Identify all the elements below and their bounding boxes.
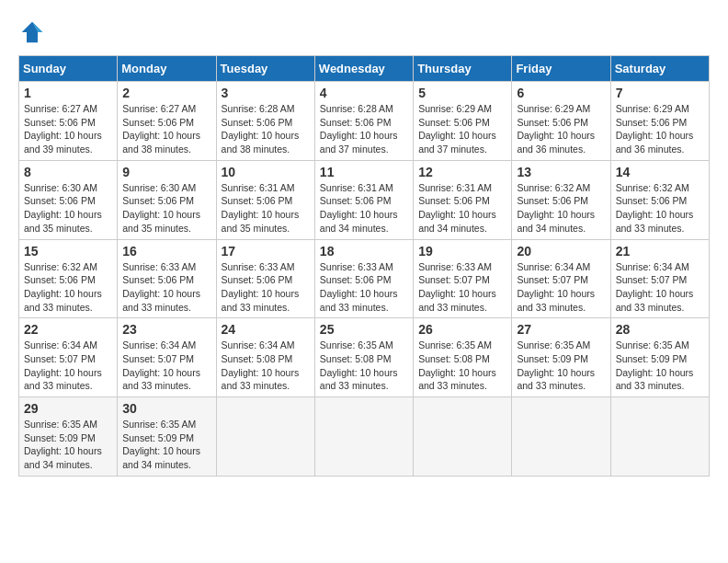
day-number: 18 (320, 244, 408, 259)
logo-icon (18, 18, 46, 46)
day-info: Sunrise: 6:31 AMSunset: 5:06 PMDaylight:… (320, 181, 408, 236)
table-row: 20 Sunrise: 6:34 AMSunset: 5:07 PMDaylig… (512, 239, 610, 318)
table-row: 10 Sunrise: 6:31 AMSunset: 5:06 PMDaylig… (216, 160, 314, 239)
table-row: 9 Sunrise: 6:30 AMSunset: 5:06 PMDayligh… (118, 160, 216, 239)
column-header-friday: Friday (512, 56, 610, 82)
day-number: 12 (418, 165, 506, 179)
day-number: 16 (122, 244, 210, 259)
day-number: 6 (517, 86, 605, 100)
table-row: 29 Sunrise: 6:35 AMSunset: 5:09 PMDaylig… (19, 397, 118, 477)
table-row: 4 Sunrise: 6:28 AMSunset: 5:06 PMDayligh… (314, 82, 413, 161)
column-header-saturday: Saturday (610, 56, 709, 82)
table-row: 26 Sunrise: 6:35 AMSunset: 5:08 PMDaylig… (414, 318, 512, 397)
day-info: Sunrise: 6:35 AMSunset: 5:08 PMDaylight:… (320, 339, 408, 393)
table-row: 16 Sunrise: 6:33 AMSunset: 5:06 PMDaylig… (118, 239, 216, 318)
table-row: 14 Sunrise: 6:32 AMSunset: 5:06 PMDaylig… (610, 160, 709, 239)
day-number: 22 (24, 322, 112, 337)
table-row (512, 397, 610, 477)
table-row: 27 Sunrise: 6:35 AMSunset: 5:09 PMDaylig… (512, 318, 610, 397)
table-row: 24 Sunrise: 6:34 AMSunset: 5:08 PMDaylig… (216, 318, 314, 397)
day-number: 23 (122, 322, 210, 337)
column-header-thursday: Thursday (414, 56, 512, 82)
day-info: Sunrise: 6:35 AMSunset: 5:09 PMDaylight:… (24, 418, 112, 472)
table-row: 3 Sunrise: 6:28 AMSunset: 5:06 PMDayligh… (216, 82, 314, 161)
day-number: 15 (24, 244, 112, 259)
table-row: 6 Sunrise: 6:29 AMSunset: 5:06 PMDayligh… (512, 82, 610, 161)
day-info: Sunrise: 6:33 AMSunset: 5:06 PMDaylight:… (320, 260, 408, 315)
table-row (414, 397, 512, 477)
day-info: Sunrise: 6:33 AMSunset: 5:06 PMDaylight:… (222, 260, 310, 315)
day-info: Sunrise: 6:28 AMSunset: 5:06 PMDaylight:… (320, 102, 408, 156)
table-row: 28 Sunrise: 6:35 AMSunset: 5:09 PMDaylig… (610, 318, 709, 397)
day-number: 8 (24, 165, 112, 179)
logo (18, 18, 50, 46)
table-row: 25 Sunrise: 6:35 AMSunset: 5:08 PMDaylig… (314, 318, 413, 397)
table-row: 2 Sunrise: 6:27 AMSunset: 5:06 PMDayligh… (118, 82, 216, 161)
day-number: 27 (517, 322, 605, 337)
day-info: Sunrise: 6:31 AMSunset: 5:06 PMDaylight:… (222, 181, 310, 236)
day-number: 5 (418, 86, 506, 100)
day-info: Sunrise: 6:35 AMSunset: 5:09 PMDaylight:… (122, 418, 210, 472)
day-number: 9 (122, 165, 210, 179)
table-row: 17 Sunrise: 6:33 AMSunset: 5:06 PMDaylig… (216, 239, 314, 318)
day-info: Sunrise: 6:35 AMSunset: 5:09 PMDaylight:… (517, 339, 605, 393)
table-row (314, 397, 413, 477)
calendar: SundayMondayTuesdayWednesdayThursdayFrid… (18, 55, 710, 477)
day-number: 13 (517, 165, 605, 179)
day-info: Sunrise: 6:30 AMSunset: 5:06 PMDaylight:… (122, 181, 210, 236)
table-row: 1 Sunrise: 6:27 AMSunset: 5:06 PMDayligh… (19, 82, 118, 161)
day-info: Sunrise: 6:33 AMSunset: 5:06 PMDaylight:… (122, 260, 210, 315)
day-info: Sunrise: 6:29 AMSunset: 5:06 PMDaylight:… (418, 102, 506, 156)
day-info: Sunrise: 6:33 AMSunset: 5:07 PMDaylight:… (418, 260, 506, 315)
day-info: Sunrise: 6:35 AMSunset: 5:08 PMDaylight:… (418, 339, 506, 393)
table-row: 23 Sunrise: 6:34 AMSunset: 5:07 PMDaylig… (118, 318, 216, 397)
day-number: 21 (616, 244, 704, 259)
table-row: 8 Sunrise: 6:30 AMSunset: 5:06 PMDayligh… (19, 160, 118, 239)
day-number: 2 (122, 86, 210, 100)
day-info: Sunrise: 6:32 AMSunset: 5:06 PMDaylight:… (517, 181, 605, 236)
day-number: 17 (222, 244, 310, 259)
day-info: Sunrise: 6:34 AMSunset: 5:07 PMDaylight:… (122, 339, 210, 393)
day-number: 24 (222, 322, 310, 337)
day-info: Sunrise: 6:28 AMSunset: 5:06 PMDaylight:… (222, 102, 310, 156)
day-info: Sunrise: 6:31 AMSunset: 5:06 PMDaylight:… (418, 181, 506, 236)
day-info: Sunrise: 6:27 AMSunset: 5:06 PMDaylight:… (122, 102, 210, 156)
day-info: Sunrise: 6:35 AMSunset: 5:09 PMDaylight:… (616, 339, 704, 393)
day-info: Sunrise: 6:29 AMSunset: 5:06 PMDaylight:… (517, 102, 605, 156)
day-info: Sunrise: 6:34 AMSunset: 5:07 PMDaylight:… (517, 260, 605, 315)
column-header-wednesday: Wednesday (314, 56, 413, 82)
day-number: 30 (122, 401, 210, 416)
table-row: 18 Sunrise: 6:33 AMSunset: 5:06 PMDaylig… (314, 239, 413, 318)
day-number: 29 (24, 401, 112, 416)
table-row: 30 Sunrise: 6:35 AMSunset: 5:09 PMDaylig… (118, 397, 216, 477)
table-row: 21 Sunrise: 6:34 AMSunset: 5:07 PMDaylig… (610, 239, 709, 318)
day-info: Sunrise: 6:27 AMSunset: 5:06 PMDaylight:… (24, 102, 112, 156)
day-info: Sunrise: 6:29 AMSunset: 5:06 PMDaylight:… (616, 102, 704, 156)
table-row: 13 Sunrise: 6:32 AMSunset: 5:06 PMDaylig… (512, 160, 610, 239)
table-row: 7 Sunrise: 6:29 AMSunset: 5:06 PMDayligh… (610, 82, 709, 161)
day-number: 19 (418, 244, 506, 259)
day-number: 11 (320, 165, 408, 179)
day-number: 10 (222, 165, 310, 179)
column-header-monday: Monday (118, 56, 216, 82)
day-number: 4 (320, 86, 408, 100)
day-info: Sunrise: 6:34 AMSunset: 5:07 PMDaylight:… (616, 260, 704, 315)
day-number: 26 (418, 322, 506, 337)
day-number: 28 (616, 322, 704, 337)
table-row: 11 Sunrise: 6:31 AMSunset: 5:06 PMDaylig… (314, 160, 413, 239)
table-row: 15 Sunrise: 6:32 AMSunset: 5:06 PMDaylig… (19, 239, 118, 318)
table-row: 22 Sunrise: 6:34 AMSunset: 5:07 PMDaylig… (19, 318, 118, 397)
header (18, 18, 710, 46)
day-number: 3 (222, 86, 310, 100)
day-number: 7 (616, 86, 704, 100)
table-row (610, 397, 709, 477)
table-row: 12 Sunrise: 6:31 AMSunset: 5:06 PMDaylig… (414, 160, 512, 239)
table-row (216, 397, 314, 477)
day-info: Sunrise: 6:34 AMSunset: 5:08 PMDaylight:… (222, 339, 310, 393)
day-number: 20 (517, 244, 605, 259)
column-header-tuesday: Tuesday (216, 56, 314, 82)
day-number: 25 (320, 322, 408, 337)
day-info: Sunrise: 6:32 AMSunset: 5:06 PMDaylight:… (616, 181, 704, 236)
day-info: Sunrise: 6:34 AMSunset: 5:07 PMDaylight:… (24, 339, 112, 393)
day-number: 14 (616, 165, 704, 179)
